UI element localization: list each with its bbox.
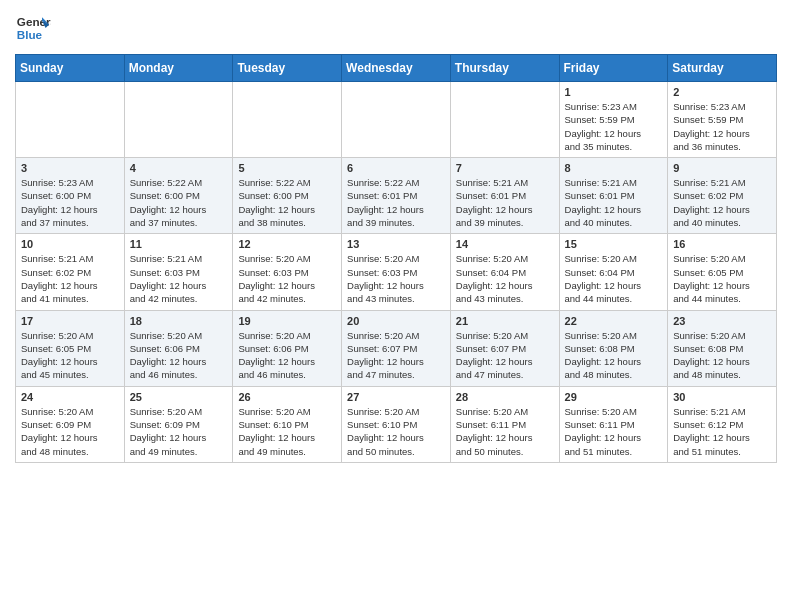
day-info: Sunrise: 5:23 AM Sunset: 5:59 PM Dayligh… bbox=[673, 100, 771, 153]
day-number: 3 bbox=[21, 162, 119, 174]
day-number: 30 bbox=[673, 391, 771, 403]
calendar-week-2: 3Sunrise: 5:23 AM Sunset: 6:00 PM Daylig… bbox=[16, 158, 777, 234]
calendar-week-3: 10Sunrise: 5:21 AM Sunset: 6:02 PM Dayli… bbox=[16, 234, 777, 310]
calendar-cell: 11Sunrise: 5:21 AM Sunset: 6:03 PM Dayli… bbox=[124, 234, 233, 310]
day-info: Sunrise: 5:21 AM Sunset: 6:03 PM Dayligh… bbox=[130, 252, 228, 305]
calendar-cell bbox=[16, 82, 125, 158]
day-number: 19 bbox=[238, 315, 336, 327]
day-info: Sunrise: 5:23 AM Sunset: 6:00 PM Dayligh… bbox=[21, 176, 119, 229]
calendar-cell: 9Sunrise: 5:21 AM Sunset: 6:02 PM Daylig… bbox=[668, 158, 777, 234]
weekday-header-saturday: Saturday bbox=[668, 55, 777, 82]
weekday-header-tuesday: Tuesday bbox=[233, 55, 342, 82]
calendar-cell: 27Sunrise: 5:20 AM Sunset: 6:10 PM Dayli… bbox=[342, 386, 451, 462]
weekday-header-friday: Friday bbox=[559, 55, 668, 82]
calendar-cell: 7Sunrise: 5:21 AM Sunset: 6:01 PM Daylig… bbox=[450, 158, 559, 234]
calendar-week-4: 17Sunrise: 5:20 AM Sunset: 6:05 PM Dayli… bbox=[16, 310, 777, 386]
calendar-cell: 5Sunrise: 5:22 AM Sunset: 6:00 PM Daylig… bbox=[233, 158, 342, 234]
day-number: 21 bbox=[456, 315, 554, 327]
calendar-cell: 17Sunrise: 5:20 AM Sunset: 6:05 PM Dayli… bbox=[16, 310, 125, 386]
day-info: Sunrise: 5:22 AM Sunset: 6:00 PM Dayligh… bbox=[130, 176, 228, 229]
day-info: Sunrise: 5:20 AM Sunset: 6:11 PM Dayligh… bbox=[565, 405, 663, 458]
day-info: Sunrise: 5:23 AM Sunset: 5:59 PM Dayligh… bbox=[565, 100, 663, 153]
calendar-cell: 21Sunrise: 5:20 AM Sunset: 6:07 PM Dayli… bbox=[450, 310, 559, 386]
day-number: 18 bbox=[130, 315, 228, 327]
calendar-cell: 24Sunrise: 5:20 AM Sunset: 6:09 PM Dayli… bbox=[16, 386, 125, 462]
day-number: 1 bbox=[565, 86, 663, 98]
day-info: Sunrise: 5:20 AM Sunset: 6:08 PM Dayligh… bbox=[565, 329, 663, 382]
calendar-cell: 18Sunrise: 5:20 AM Sunset: 6:06 PM Dayli… bbox=[124, 310, 233, 386]
day-info: Sunrise: 5:20 AM Sunset: 6:03 PM Dayligh… bbox=[238, 252, 336, 305]
calendar-cell: 3Sunrise: 5:23 AM Sunset: 6:00 PM Daylig… bbox=[16, 158, 125, 234]
day-number: 2 bbox=[673, 86, 771, 98]
day-number: 5 bbox=[238, 162, 336, 174]
day-info: Sunrise: 5:20 AM Sunset: 6:10 PM Dayligh… bbox=[238, 405, 336, 458]
day-info: Sunrise: 5:20 AM Sunset: 6:06 PM Dayligh… bbox=[238, 329, 336, 382]
day-info: Sunrise: 5:20 AM Sunset: 6:10 PM Dayligh… bbox=[347, 405, 445, 458]
calendar-cell: 2Sunrise: 5:23 AM Sunset: 5:59 PM Daylig… bbox=[668, 82, 777, 158]
day-info: Sunrise: 5:20 AM Sunset: 6:07 PM Dayligh… bbox=[347, 329, 445, 382]
day-number: 4 bbox=[130, 162, 228, 174]
weekday-header-thursday: Thursday bbox=[450, 55, 559, 82]
day-number: 28 bbox=[456, 391, 554, 403]
calendar-cell: 13Sunrise: 5:20 AM Sunset: 6:03 PM Dayli… bbox=[342, 234, 451, 310]
logo-icon: General Blue bbox=[15, 10, 51, 46]
day-number: 26 bbox=[238, 391, 336, 403]
day-info: Sunrise: 5:22 AM Sunset: 6:01 PM Dayligh… bbox=[347, 176, 445, 229]
day-info: Sunrise: 5:20 AM Sunset: 6:04 PM Dayligh… bbox=[565, 252, 663, 305]
day-number: 6 bbox=[347, 162, 445, 174]
weekday-header-sunday: Sunday bbox=[16, 55, 125, 82]
day-number: 22 bbox=[565, 315, 663, 327]
calendar-table: SundayMondayTuesdayWednesdayThursdayFrid… bbox=[15, 54, 777, 463]
calendar-cell: 6Sunrise: 5:22 AM Sunset: 6:01 PM Daylig… bbox=[342, 158, 451, 234]
logo: General Blue bbox=[15, 10, 51, 46]
page: General Blue SundayMondayTuesdayWednesda… bbox=[0, 0, 792, 478]
svg-text:Blue: Blue bbox=[17, 28, 43, 41]
calendar-cell: 4Sunrise: 5:22 AM Sunset: 6:00 PM Daylig… bbox=[124, 158, 233, 234]
weekday-header-row: SundayMondayTuesdayWednesdayThursdayFrid… bbox=[16, 55, 777, 82]
day-number: 16 bbox=[673, 238, 771, 250]
day-number: 10 bbox=[21, 238, 119, 250]
day-info: Sunrise: 5:20 AM Sunset: 6:06 PM Dayligh… bbox=[130, 329, 228, 382]
calendar-cell: 8Sunrise: 5:21 AM Sunset: 6:01 PM Daylig… bbox=[559, 158, 668, 234]
header: General Blue bbox=[15, 10, 777, 46]
day-number: 15 bbox=[565, 238, 663, 250]
day-info: Sunrise: 5:20 AM Sunset: 6:05 PM Dayligh… bbox=[673, 252, 771, 305]
day-info: Sunrise: 5:20 AM Sunset: 6:05 PM Dayligh… bbox=[21, 329, 119, 382]
day-number: 25 bbox=[130, 391, 228, 403]
day-number: 24 bbox=[21, 391, 119, 403]
calendar-cell: 16Sunrise: 5:20 AM Sunset: 6:05 PM Dayli… bbox=[668, 234, 777, 310]
calendar-cell: 14Sunrise: 5:20 AM Sunset: 6:04 PM Dayli… bbox=[450, 234, 559, 310]
day-number: 29 bbox=[565, 391, 663, 403]
day-number: 27 bbox=[347, 391, 445, 403]
day-info: Sunrise: 5:20 AM Sunset: 6:03 PM Dayligh… bbox=[347, 252, 445, 305]
day-info: Sunrise: 5:21 AM Sunset: 6:01 PM Dayligh… bbox=[456, 176, 554, 229]
day-number: 17 bbox=[21, 315, 119, 327]
day-info: Sunrise: 5:20 AM Sunset: 6:08 PM Dayligh… bbox=[673, 329, 771, 382]
calendar-cell: 25Sunrise: 5:20 AM Sunset: 6:09 PM Dayli… bbox=[124, 386, 233, 462]
calendar-cell: 15Sunrise: 5:20 AM Sunset: 6:04 PM Dayli… bbox=[559, 234, 668, 310]
calendar-cell bbox=[342, 82, 451, 158]
calendar-cell bbox=[124, 82, 233, 158]
calendar-cell bbox=[233, 82, 342, 158]
day-info: Sunrise: 5:20 AM Sunset: 6:11 PM Dayligh… bbox=[456, 405, 554, 458]
day-info: Sunrise: 5:20 AM Sunset: 6:09 PM Dayligh… bbox=[130, 405, 228, 458]
weekday-header-wednesday: Wednesday bbox=[342, 55, 451, 82]
day-number: 14 bbox=[456, 238, 554, 250]
calendar-cell: 20Sunrise: 5:20 AM Sunset: 6:07 PM Dayli… bbox=[342, 310, 451, 386]
day-number: 11 bbox=[130, 238, 228, 250]
day-number: 12 bbox=[238, 238, 336, 250]
day-info: Sunrise: 5:21 AM Sunset: 6:02 PM Dayligh… bbox=[673, 176, 771, 229]
day-info: Sunrise: 5:22 AM Sunset: 6:00 PM Dayligh… bbox=[238, 176, 336, 229]
day-info: Sunrise: 5:20 AM Sunset: 6:09 PM Dayligh… bbox=[21, 405, 119, 458]
weekday-header-monday: Monday bbox=[124, 55, 233, 82]
calendar-cell: 12Sunrise: 5:20 AM Sunset: 6:03 PM Dayli… bbox=[233, 234, 342, 310]
calendar-cell bbox=[450, 82, 559, 158]
day-info: Sunrise: 5:21 AM Sunset: 6:12 PM Dayligh… bbox=[673, 405, 771, 458]
day-number: 9 bbox=[673, 162, 771, 174]
day-number: 8 bbox=[565, 162, 663, 174]
calendar-cell: 1Sunrise: 5:23 AM Sunset: 5:59 PM Daylig… bbox=[559, 82, 668, 158]
day-info: Sunrise: 5:20 AM Sunset: 6:07 PM Dayligh… bbox=[456, 329, 554, 382]
calendar-cell: 30Sunrise: 5:21 AM Sunset: 6:12 PM Dayli… bbox=[668, 386, 777, 462]
day-number: 7 bbox=[456, 162, 554, 174]
day-number: 23 bbox=[673, 315, 771, 327]
